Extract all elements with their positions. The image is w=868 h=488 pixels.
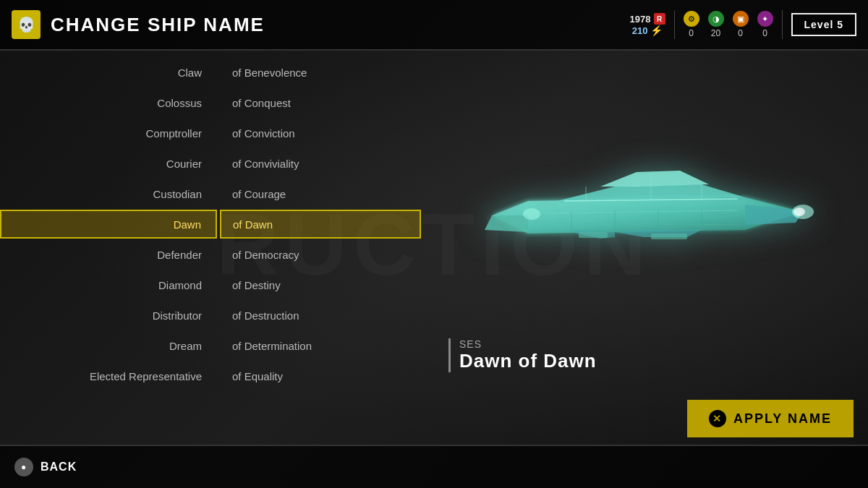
hud-currency-group: 1978 R 210 ⚡ — [630, 13, 665, 36]
first-name-9[interactable]: Dream — [0, 331, 217, 360]
currency2-icon: ⚡ — [650, 25, 663, 36]
hud-divider-1 — [674, 10, 675, 39]
name-row-6[interactable]: Defender of Democracy — [0, 240, 434, 269]
back-button-icon: ● — [14, 458, 33, 476]
name-list-panel: Claw of Benevolence Colossus of Conquest… — [0, 51, 434, 445]
second-name-8[interactable]: of Destruction — [220, 301, 421, 330]
name-row-3[interactable]: Courier of Conviviality — [0, 149, 434, 178]
hud-resource-3: ✦ 0 — [757, 11, 773, 38]
name-row-0[interactable]: Claw of Benevolence — [0, 58, 434, 87]
second-name-3[interactable]: of Conviviality — [220, 149, 421, 178]
first-name-4[interactable]: Custodian — [0, 179, 217, 208]
level-badge: Level 5 — [791, 13, 856, 36]
name-row-2[interactable]: Comptroller of Conviction — [0, 119, 434, 147]
hud-resource-1: ◑ 20 — [708, 11, 724, 38]
first-name-3[interactable]: Courier — [0, 149, 217, 178]
second-name-1[interactable]: of Conquest — [220, 88, 421, 117]
name-row-5-selected[interactable]: Dawn of Dawn — [0, 210, 434, 239]
ship-svg — [470, 147, 832, 291]
svg-marker-3 — [485, 215, 528, 232]
svg-point-6 — [793, 207, 805, 216]
ship-container — [470, 147, 832, 335]
name-row-9[interactable]: Dream of Determination — [0, 331, 434, 360]
ship-name-display: SES Dawn of Dawn — [448, 338, 854, 372]
name-row-10[interactable]: Elected Representative of Equality — [0, 361, 434, 390]
second-name-9[interactable]: of Determination — [220, 331, 421, 360]
svg-marker-2 — [600, 171, 709, 187]
second-name-5-selected[interactable]: of Dawn — [220, 210, 421, 239]
resource-0-value: 0 — [689, 28, 694, 38]
first-name-10[interactable]: Elected Representative — [0, 361, 217, 390]
first-name-6[interactable]: Defender — [0, 240, 217, 269]
svg-rect-22 — [651, 234, 687, 239]
name-row-8[interactable]: Distributor of Destruction — [0, 301, 434, 330]
apply-name-button[interactable]: ✕ APPLY NAME — [687, 400, 854, 437]
svg-rect-21 — [579, 232, 608, 238]
first-name-7[interactable]: Diamond — [0, 270, 217, 299]
apply-name-icon: ✕ — [709, 410, 726, 427]
resource-0-icon: ⚙ — [684, 11, 699, 27]
ship-ses-label: SES — [459, 338, 854, 350]
svg-rect-20 — [535, 203, 557, 207]
main-content: Claw of Benevolence Colossus of Conquest… — [0, 51, 868, 445]
first-name-8[interactable]: Distributor — [0, 301, 217, 330]
back-button-label: BACK — [41, 461, 77, 474]
page-title: CHANGE SHIP NAME — [51, 14, 630, 36]
hud-stats: 1978 R 210 ⚡ ⚙ 0 ◑ 20 ▣ 0 ✦ 0 Level 5 — [630, 10, 856, 39]
second-name-6[interactable]: of Democracy — [220, 240, 421, 269]
currency2-value: 210 — [632, 25, 648, 36]
header-icon: 💀 — [12, 10, 41, 39]
name-row-1[interactable]: Colossus of Conquest — [0, 88, 434, 117]
hud-resource-0: ⚙ 0 — [684, 11, 699, 38]
svg-point-15 — [523, 208, 540, 220]
second-name-2[interactable]: of Conviction — [220, 119, 421, 147]
currency1-icon: R — [654, 13, 665, 25]
footer: ● BACK — [0, 445, 868, 488]
ship-panel: SES Dawn of Dawn ✕ APPLY NAME — [434, 51, 868, 445]
resource-3-value: 0 — [762, 28, 767, 38]
first-name-2[interactable]: Comptroller — [0, 119, 217, 147]
hud-resource-2: ▣ 0 — [733, 11, 749, 38]
first-name-1[interactable]: Colossus — [0, 88, 217, 117]
second-name-7[interactable]: of Destiny — [220, 270, 421, 299]
resource-1-value: 20 — [711, 28, 720, 38]
header: 💀 CHANGE SHIP NAME 1978 R 210 ⚡ ⚙ 0 ◑ 20… — [0, 0, 868, 51]
resource-3-icon: ✦ — [757, 11, 773, 27]
resource-2-value: 0 — [738, 28, 743, 38]
resource-1-icon: ◑ — [708, 11, 724, 27]
currency1-value: 1978 — [630, 14, 651, 25]
apply-name-label: APPLY NAME — [733, 411, 832, 427]
name-row-4[interactable]: Custodian of Courage — [0, 179, 434, 208]
second-name-0[interactable]: of Benevolence — [220, 58, 421, 87]
back-button[interactable]: ● BACK — [14, 458, 77, 476]
second-name-4[interactable]: of Courage — [220, 179, 421, 208]
first-name-5-selected[interactable]: Dawn — [0, 210, 217, 239]
first-name-0[interactable]: Claw — [0, 58, 217, 87]
name-row-7[interactable]: Diamond of Destiny — [0, 270, 434, 299]
second-name-10[interactable]: of Equality — [220, 361, 421, 390]
ship-full-name: Dawn of Dawn — [459, 350, 854, 372]
resource-2-icon: ▣ — [733, 11, 749, 27]
hud-divider-2 — [782, 10, 783, 39]
